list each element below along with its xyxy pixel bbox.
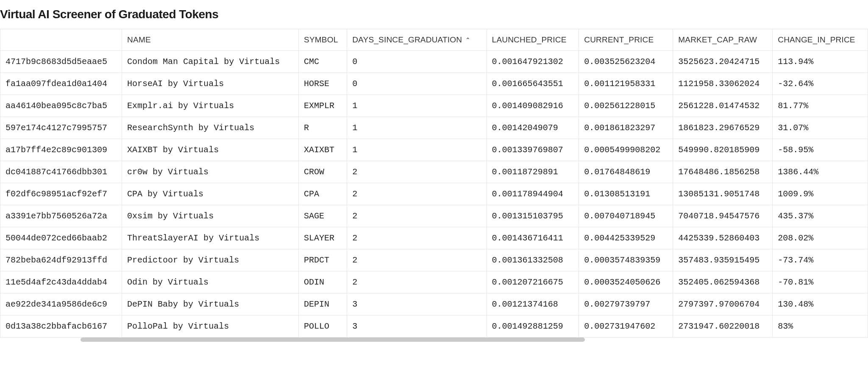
cell-change-in-price: 83% <box>773 315 868 338</box>
col-header-current-price[interactable]: CURRENT_PRICE <box>579 29 673 51</box>
horizontal-scrollbar-thumb[interactable] <box>81 338 585 342</box>
cell-current-price: 0.0003574839359 <box>579 249 673 271</box>
cell-current-price: 0.0005499908202 <box>579 139 673 161</box>
cell-symbol: CROW <box>299 161 347 183</box>
cell-launched-price: 0.001207216675 <box>487 271 579 293</box>
cell-current-price: 0.001861823297 <box>579 117 673 139</box>
cell-name: DePIN Baby by Virtuals <box>122 293 299 315</box>
table-row[interactable]: 597e174c4127c7995757ResearchSynth by Vir… <box>0 117 868 139</box>
cell-days-since-graduation: 0 <box>347 51 487 73</box>
cell-current-price: 0.004425339529 <box>579 227 673 249</box>
cell-id: 11e5d4af2c43da4ddab4 <box>0 271 122 293</box>
cell-days-since-graduation: 1 <box>347 139 487 161</box>
cell-launched-price: 0.001665643551 <box>487 73 579 95</box>
cell-name: HorseAI by Virtuals <box>122 73 299 95</box>
cell-market-cap-raw: 7040718.94547576 <box>673 205 773 227</box>
cell-name: Odin by Virtuals <box>122 271 299 293</box>
cell-name: XAIXBT by Virtuals <box>122 139 299 161</box>
table-row[interactable]: ae922de341a9586de6c9DePIN Baby by Virtua… <box>0 293 868 315</box>
cell-change-in-price: -70.81% <box>773 271 868 293</box>
table-row[interactable]: a17b7ff4e2c89c901309XAIXBT by VirtualsXA… <box>0 139 868 161</box>
cell-days-since-graduation: 2 <box>347 271 487 293</box>
cell-days-since-graduation: 2 <box>347 227 487 249</box>
col-header-symbol[interactable]: SYMBOL <box>299 29 347 51</box>
table-row[interactable]: a3391e7bb7560526a72a0xsim by VirtualsSAG… <box>0 205 868 227</box>
table-row[interactable]: 11e5d4af2c43da4ddab4Odin by VirtualsODIN… <box>0 271 868 293</box>
col-header-change-in-price[interactable]: CHANGE_IN_PRICE <box>773 29 868 51</box>
cell-change-in-price: -73.74% <box>773 249 868 271</box>
cell-market-cap-raw: 13085131.9051748 <box>673 183 773 205</box>
cell-launched-price: 0.001409082916 <box>487 95 579 117</box>
cell-launched-price: 0.001339769807 <box>487 139 579 161</box>
table-row[interactable]: 50044de072ced66baab2ThreatSlayerAI by Vi… <box>0 227 868 249</box>
cell-market-cap-raw: 1121958.33062024 <box>673 73 773 95</box>
cell-days-since-graduation: 2 <box>347 205 487 227</box>
cell-launched-price: 0.001436716411 <box>487 227 579 249</box>
cell-name: ThreatSlayerAI by Virtuals <box>122 227 299 249</box>
col-header-launched-price[interactable]: LAUNCHED_PRICE <box>487 29 579 51</box>
cell-symbol: EXMPLR <box>299 95 347 117</box>
cell-days-since-graduation: 0 <box>347 73 487 95</box>
col-header-days-since-graduation[interactable]: DAYS_SINCE_GRADUATION ⌃ <box>347 29 487 51</box>
cell-market-cap-raw: 2731947.60220018 <box>673 315 773 338</box>
cell-symbol: SAGE <box>299 205 347 227</box>
cell-change-in-price: -58.95% <box>773 139 868 161</box>
col-header-name[interactable]: NAME <box>122 29 299 51</box>
cell-market-cap-raw: 357483.935915495 <box>673 249 773 271</box>
cell-market-cap-raw: 17648486.1856258 <box>673 161 773 183</box>
cell-launched-price: 0.001647921302 <box>487 51 579 73</box>
cell-current-price: 0.001121958331 <box>579 73 673 95</box>
cell-id: 0d13a38c2bbafacb6167 <box>0 315 122 338</box>
cell-current-price: 0.00279739797 <box>579 293 673 315</box>
col-header-market-cap-raw[interactable]: MARKET_CAP_RAW <box>673 29 773 51</box>
table-row[interactable]: 4717b9c8683d5d5eaae5Condom Man Capital b… <box>0 51 868 73</box>
cell-symbol: PRDCT <box>299 249 347 271</box>
cell-id: a17b7ff4e2c89c901309 <box>0 139 122 161</box>
col-header-id[interactable] <box>0 29 122 51</box>
cell-days-since-graduation: 2 <box>347 183 487 205</box>
cell-id: ae922de341a9586de6c9 <box>0 293 122 315</box>
cell-launched-price: 0.00121374168 <box>487 293 579 315</box>
table-row[interactable]: dc041887c41766dbb301cr0w by VirtualsCROW… <box>0 161 868 183</box>
cell-symbol: CPA <box>299 183 347 205</box>
horizontal-scrollbar-track[interactable] <box>0 338 868 343</box>
tokens-table: NAME SYMBOL DAYS_SINCE_GRADUATION ⌃ LAUN… <box>0 29 868 338</box>
cell-current-price: 0.01764848619 <box>579 161 673 183</box>
table-scroll-container[interactable]: NAME SYMBOL DAYS_SINCE_GRADUATION ⌃ LAUN… <box>0 29 868 343</box>
cell-change-in-price: 208.02% <box>773 227 868 249</box>
table-row[interactable]: f02df6c98951acf92ef7CPA by VirtualsCPA20… <box>0 183 868 205</box>
cell-launched-price: 0.001178944904 <box>487 183 579 205</box>
cell-days-since-graduation: 2 <box>347 249 487 271</box>
cell-current-price: 0.002731947602 <box>579 315 673 338</box>
cell-name: Exmplr.ai by Virtuals <box>122 95 299 117</box>
cell-id: 782beba624df92913ffd <box>0 249 122 271</box>
table-row[interactable]: 0d13a38c2bbafacb6167PolloPal by Virtuals… <box>0 315 868 338</box>
table-row[interactable]: aa46140bea095c8c7ba5Exmplr.ai by Virtual… <box>0 95 868 117</box>
cell-symbol: XAIXBT <box>299 139 347 161</box>
cell-current-price: 0.0003524050626 <box>579 271 673 293</box>
cell-name: 0xsim by Virtuals <box>122 205 299 227</box>
cell-id: f02df6c98951acf92ef7 <box>0 183 122 205</box>
cell-market-cap-raw: 2561228.01474532 <box>673 95 773 117</box>
cell-id: 50044de072ced66baab2 <box>0 227 122 249</box>
cell-launched-price: 0.00142049079 <box>487 117 579 139</box>
cell-change-in-price: 113.94% <box>773 51 868 73</box>
cell-id: 597e174c4127c7995757 <box>0 117 122 139</box>
sort-asc-icon: ⌃ <box>465 36 470 43</box>
table-row[interactable]: fa1aa097fdea1d0a1404HorseAI by VirtualsH… <box>0 73 868 95</box>
cell-change-in-price: 130.48% <box>773 293 868 315</box>
cell-market-cap-raw: 4425339.52860403 <box>673 227 773 249</box>
table-row[interactable]: 782beba624df92913ffdPredictoor by Virtua… <box>0 249 868 271</box>
cell-current-price: 0.007040718945 <box>579 205 673 227</box>
cell-days-since-graduation: 3 <box>347 315 487 338</box>
cell-name: PolloPal by Virtuals <box>122 315 299 338</box>
cell-market-cap-raw: 549990.820185909 <box>673 139 773 161</box>
cell-symbol: ODIN <box>299 271 347 293</box>
cell-id: a3391e7bb7560526a72a <box>0 205 122 227</box>
cell-symbol: POLLO <box>299 315 347 338</box>
col-header-label: DAYS_SINCE_GRADUATION <box>352 35 462 45</box>
cell-market-cap-raw: 1861823.29676529 <box>673 117 773 139</box>
cell-launched-price: 0.001361332508 <box>487 249 579 271</box>
cell-name: Condom Man Capital by Virtuals <box>122 51 299 73</box>
cell-days-since-graduation: 1 <box>347 95 487 117</box>
